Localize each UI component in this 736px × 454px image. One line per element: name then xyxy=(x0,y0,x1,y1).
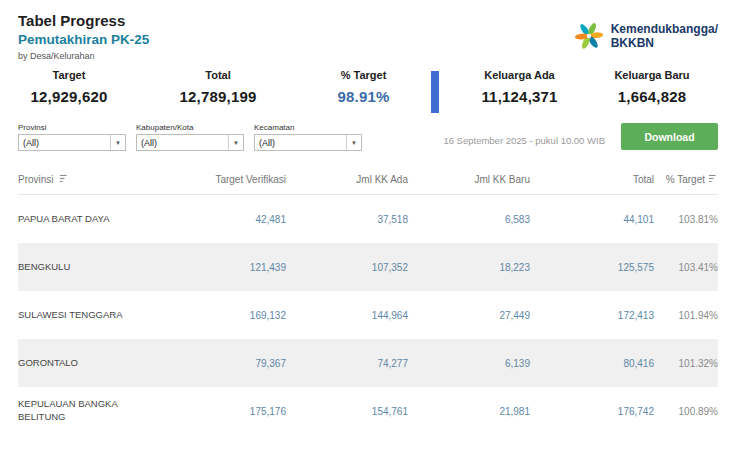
kpi-pct-target-label: % Target xyxy=(316,69,411,81)
kpi-total-value: 12,789,199 xyxy=(148,88,288,105)
page-byline: by Desa/Kelurahan xyxy=(18,51,149,61)
cell-jml-kk-baru[interactable]: 6,583 xyxy=(408,214,530,225)
filter-kabupaten-label: Kabupaten/Kota xyxy=(136,123,244,132)
table-row: GORONTALO 79,367 74,277 6,139 80,416 101… xyxy=(18,339,718,387)
sort-icon[interactable] xyxy=(709,174,718,185)
filter-provinsi-dropdown[interactable]: (All) ▼ xyxy=(18,134,126,151)
table-row: BENGKULU 121,439 107,352 18,223 125,575 … xyxy=(18,243,718,291)
filter-provinsi: Provinsi (All) ▼ xyxy=(18,123,126,151)
kpi-keluarga-baru-value: 1,664,828 xyxy=(592,88,712,105)
table-row: SULAWESI TENGGARA 169,132 144,964 27,449… xyxy=(18,291,718,339)
sort-icon[interactable] xyxy=(60,174,69,185)
cell-pct-target[interactable]: 101.94% xyxy=(654,310,718,321)
cell-total[interactable]: 172,413 xyxy=(530,310,654,321)
page-subtitle: Pemutakhiran PK-25 xyxy=(18,32,149,47)
kpi-keluarga-ada: Keluarga Ada 11,124,371 xyxy=(457,69,582,105)
cell-jml-kk-baru[interactable]: 18,223 xyxy=(408,262,530,273)
logo-text: Kemendukbangga/ BKKBN xyxy=(611,23,718,51)
cell-total[interactable]: 176,742 xyxy=(530,406,654,417)
cell-total[interactable]: 80,416 xyxy=(530,358,654,369)
table-row: KEPULAUAN BANGKA BELITUNG 175,176 154,76… xyxy=(18,387,718,435)
cell-jml-kk-baru[interactable]: 21,981 xyxy=(408,406,530,417)
column-header-jml-kk-ada[interactable]: Jml KK Ada xyxy=(286,174,408,185)
logo: Kemendukbangga/ BKKBN xyxy=(573,20,718,54)
kpi-pct-target: % Target 98.91% xyxy=(316,69,411,105)
kpi-keluarga-ada-value: 11,124,371 xyxy=(457,88,582,105)
chevron-down-icon[interactable]: ▼ xyxy=(110,135,125,150)
filter-provinsi-label: Provinsi xyxy=(18,123,126,132)
header-titles: Tabel Progress Pemutakhiran PK-25 by Des… xyxy=(18,12,149,61)
filter-kecamatan-dropdown[interactable]: (All) ▼ xyxy=(254,134,362,151)
cell-provinsi[interactable]: PAPUA BARAT DAYA xyxy=(18,213,168,226)
table-body: PAPUA BARAT DAYA 42,481 37,518 6,583 44,… xyxy=(18,195,718,435)
kpi-target-label: Target xyxy=(14,69,124,81)
column-header-pct-target[interactable]: % Target xyxy=(654,174,718,185)
cell-provinsi[interactable]: SULAWESI TENGGARA xyxy=(18,309,168,322)
kpi-keluarga-baru: Keluarga Baru 1,664,828 xyxy=(592,69,712,105)
cell-jml-kk-ada[interactable]: 107,352 xyxy=(286,262,408,273)
column-header-total[interactable]: Total xyxy=(530,174,654,185)
cell-target-verifikasi[interactable]: 121,439 xyxy=(168,262,286,273)
cell-target-verifikasi[interactable]: 42,481 xyxy=(168,214,286,225)
cell-jml-kk-baru[interactable]: 27,449 xyxy=(408,310,530,321)
cell-provinsi[interactable]: BENGKULU xyxy=(18,261,168,274)
kpi-pct-target-value: 98.91% xyxy=(316,88,411,105)
kpi-keluarga-ada-label: Keluarga Ada xyxy=(457,69,582,81)
filter-kabupaten-value: (All) xyxy=(137,138,228,148)
filter-kabupaten-dropdown[interactable]: (All) ▼ xyxy=(136,134,244,151)
logo-line2: BKKBN xyxy=(611,37,718,51)
cell-provinsi[interactable]: KEPULAUAN BANGKA BELITUNG xyxy=(18,398,168,424)
cell-target-verifikasi[interactable]: 79,367 xyxy=(168,358,286,369)
chevron-down-icon[interactable]: ▼ xyxy=(228,135,243,150)
last-updated-timestamp: 16 September 2025 - pukul 10.00 WIB xyxy=(372,135,621,146)
cell-jml-kk-ada[interactable]: 144,964 xyxy=(286,310,408,321)
kpi-band: Target 12,929,620 Total 12,789,199 % Tar… xyxy=(0,69,736,113)
kpi-target-value: 12,929,620 xyxy=(14,88,124,105)
download-button[interactable]: Download xyxy=(621,123,718,150)
filter-kecamatan-value: (All) xyxy=(255,138,346,148)
bkkbn-logo-icon xyxy=(573,20,605,54)
kpi-target: Target 12,929,620 xyxy=(14,69,124,105)
cell-jml-kk-ada[interactable]: 74,277 xyxy=(286,358,408,369)
dashboard-page: Tabel Progress Pemutakhiran PK-25 by Des… xyxy=(0,0,736,454)
table-header-row: Provinsi Target Verifikasi Jml KK Ada Jm… xyxy=(18,165,718,195)
cell-total[interactable]: 125,575 xyxy=(530,262,654,273)
cell-pct-target[interactable]: 100.89% xyxy=(654,406,718,417)
chevron-down-icon[interactable]: ▼ xyxy=(346,135,361,150)
cell-pct-target[interactable]: 103.41% xyxy=(654,262,718,273)
cell-jml-kk-baru[interactable]: 6,139 xyxy=(408,358,530,369)
column-header-jml-kk-baru[interactable]: Jml KK Baru xyxy=(408,174,530,185)
filter-kabupaten: Kabupaten/Kota (All) ▼ xyxy=(136,123,244,151)
header: Tabel Progress Pemutakhiran PK-25 by Des… xyxy=(0,0,736,61)
cell-jml-kk-ada[interactable]: 154,761 xyxy=(286,406,408,417)
column-header-target-verifikasi[interactable]: Target Verifikasi xyxy=(168,174,286,185)
progress-table: Provinsi Target Verifikasi Jml KK Ada Jm… xyxy=(0,165,736,435)
table-row: PAPUA BARAT DAYA 42,481 37,518 6,583 44,… xyxy=(18,195,718,243)
logo-line1: Kemendukbangga/ xyxy=(611,23,718,37)
filter-kecamatan: Kecamatan (All) ▼ xyxy=(254,123,362,151)
cell-provinsi[interactable]: GORONTALO xyxy=(18,357,168,370)
kpi-divider-bar xyxy=(431,71,439,113)
kpi-keluarga-baru-label: Keluarga Baru xyxy=(592,69,712,81)
cell-target-verifikasi[interactable]: 175,176 xyxy=(168,406,286,417)
filter-provinsi-value: (All) xyxy=(19,138,110,148)
cell-jml-kk-ada[interactable]: 37,518 xyxy=(286,214,408,225)
cell-pct-target[interactable]: 101.32% xyxy=(654,358,718,369)
cell-target-verifikasi[interactable]: 169,132 xyxy=(168,310,286,321)
cell-total[interactable]: 44,101 xyxy=(530,214,654,225)
page-title: Tabel Progress xyxy=(18,12,149,29)
column-header-provinsi[interactable]: Provinsi xyxy=(18,174,168,185)
cell-pct-target[interactable]: 103.81% xyxy=(654,214,718,225)
filter-kecamatan-label: Kecamatan xyxy=(254,123,362,132)
kpi-total-label: Total xyxy=(148,69,288,81)
kpi-total: Total 12,789,199 xyxy=(148,69,288,105)
filter-row: Provinsi (All) ▼ Kabupaten/Kota (All) ▼ … xyxy=(0,123,736,151)
